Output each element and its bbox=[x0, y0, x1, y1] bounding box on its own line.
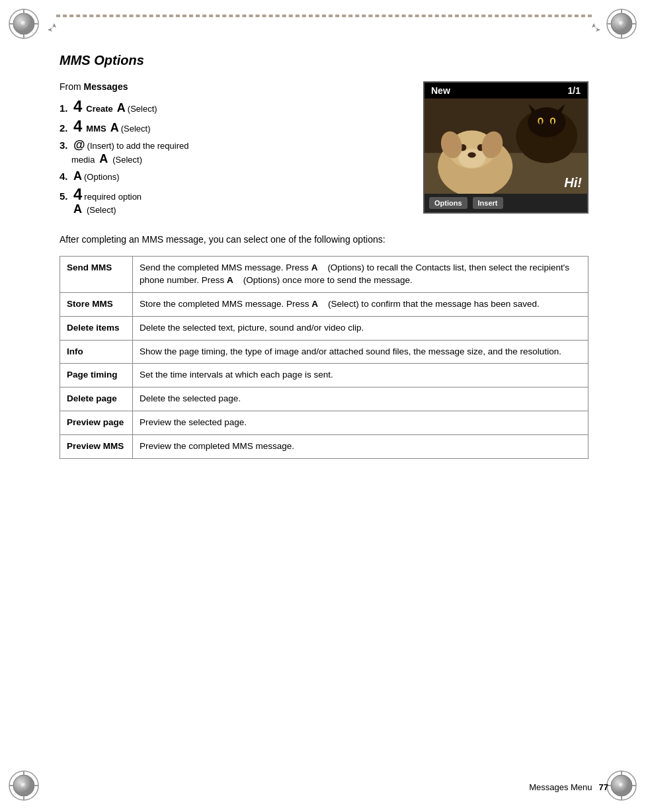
step-5-action: required option bbox=[84, 192, 142, 202]
after-text: After completing an MMS message, you can… bbox=[60, 233, 588, 247]
row-label-delete-items: Delete items bbox=[60, 316, 133, 340]
table-row: Info Show the page timing, the type of i… bbox=[60, 340, 588, 364]
step-3-num: 3. bbox=[60, 140, 71, 151]
svg-point-36 bbox=[539, 119, 542, 124]
svg-marker-46 bbox=[52, 23, 56, 28]
step-2-select-key: A bbox=[110, 121, 119, 135]
svg-point-2 bbox=[20, 20, 28, 28]
svg-marker-49 bbox=[596, 28, 600, 32]
step-2-num: 2. bbox=[60, 122, 71, 134]
step-4-key: A bbox=[73, 169, 82, 183]
phone-insert-btn: Insert bbox=[473, 197, 503, 209]
intro-text: From Messages 1. 4 Create A (Select) 2. … bbox=[60, 81, 410, 220]
corner-decoration-br bbox=[603, 767, 643, 807]
step-5-key: 4 bbox=[73, 186, 82, 202]
phone-status-bar: New 1/1 bbox=[425, 83, 587, 99]
arrow-tr bbox=[587, 23, 600, 38]
row-desc-delete-items: Delete the selected text, picture, sound… bbox=[133, 316, 588, 340]
main-content: MMS Options From Messages 1. 4 Create A … bbox=[40, 40, 608, 772]
svg-point-9 bbox=[618, 20, 626, 28]
svg-marker-47 bbox=[48, 28, 52, 32]
arrow-tl bbox=[48, 23, 61, 38]
corner-decoration-bl bbox=[5, 767, 45, 807]
row-label-page-timing: Page timing bbox=[60, 364, 133, 387]
options-table: Send MMS Send the completed MMS message.… bbox=[60, 256, 588, 459]
svg-point-23 bbox=[618, 782, 626, 790]
page-title: MMS Options bbox=[60, 53, 588, 68]
from-bold: Messages bbox=[84, 81, 128, 92]
step-4-num: 4. bbox=[60, 171, 71, 182]
step-4-action: (Options) bbox=[84, 172, 119, 182]
phone-image-area: Hi! bbox=[425, 99, 587, 194]
phone-options-btn: Options bbox=[429, 197, 467, 209]
table-row: Delete items Delete the selected text, p… bbox=[60, 316, 588, 340]
row-desc-delete-page: Delete the selected page. bbox=[133, 387, 588, 411]
row-desc-preview-mms: Preview the completed MMS message. bbox=[133, 435, 588, 459]
table-row: Delete page Delete the selected page. bbox=[60, 387, 588, 411]
phone-status-new: New bbox=[431, 85, 450, 96]
row-desc-info: Show the page timing, the type of image … bbox=[133, 340, 588, 364]
step-2: 2. 4 MMS A (Select) bbox=[60, 118, 410, 135]
table-row: Send MMS Send the completed MMS message.… bbox=[60, 257, 588, 293]
step-5: 5. 4 required option A (Select) bbox=[60, 186, 271, 216]
step-2-key: 4 bbox=[73, 118, 82, 134]
step-2-select-text: (Select) bbox=[121, 124, 151, 134]
svg-point-16 bbox=[20, 782, 28, 790]
step-3-key: @ bbox=[73, 138, 85, 152]
step-1-action: Create bbox=[86, 104, 112, 114]
step-4: 4. A (Options) bbox=[60, 169, 410, 183]
row-label-info: Info bbox=[60, 340, 133, 364]
row-desc-page-timing: Set the time intervals at which each pag… bbox=[133, 364, 588, 387]
intro-section: From Messages 1. 4 Create A (Select) 2. … bbox=[60, 81, 588, 220]
step-2-action: MMS bbox=[86, 124, 106, 134]
step-3-media-text: media bbox=[71, 155, 95, 165]
table-row: Page timing Set the time intervals at wh… bbox=[60, 364, 588, 387]
step-3-select-text: (Select) bbox=[112, 155, 142, 165]
row-label-delete-page: Delete page bbox=[60, 387, 133, 411]
table-row: Preview MMS Preview the completed MMS me… bbox=[60, 435, 588, 459]
step-3-select-key: A bbox=[99, 152, 108, 165]
row-label-preview-mms: Preview MMS bbox=[60, 435, 133, 459]
step-1-select-text: (Select) bbox=[128, 104, 157, 114]
table-row: Store MMS Store the completed MMS messag… bbox=[60, 292, 588, 316]
row-label-store-mms: Store MMS bbox=[60, 292, 133, 316]
corner-decoration-tl bbox=[5, 5, 45, 45]
step-1-select-key: A bbox=[117, 101, 126, 115]
svg-point-41 bbox=[467, 152, 475, 157]
row-desc-store-mms: Store the completed MMS message. Press A… bbox=[133, 292, 588, 316]
row-label-preview-page: Preview page bbox=[60, 411, 133, 435]
row-desc-preview-page: Preview the selected page. bbox=[133, 411, 588, 435]
step-1-num: 1. bbox=[60, 102, 71, 114]
step-1: 1. 4 Create A (Select) bbox=[60, 99, 410, 115]
step-3-action: (Insert) to add the required bbox=[87, 141, 189, 151]
from-line: From Messages bbox=[60, 81, 410, 92]
page-footer: Messages Menu 77 bbox=[40, 782, 608, 792]
phone-hi-text: Hi! bbox=[564, 175, 582, 190]
row-desc-send-mms: Send the completed MMS message. Press A … bbox=[133, 257, 588, 293]
step-5-select-text: (Select) bbox=[87, 205, 116, 215]
svg-point-40 bbox=[458, 149, 485, 168]
svg-marker-48 bbox=[592, 23, 596, 28]
top-dashed-line bbox=[56, 15, 592, 17]
svg-point-37 bbox=[551, 119, 554, 124]
phone-screenshot: New 1/1 bbox=[423, 81, 588, 214]
corner-decoration-tr bbox=[603, 5, 643, 45]
from-label: From bbox=[60, 81, 84, 92]
footer-page-num: 77 bbox=[599, 782, 608, 792]
step-1-key: 4 bbox=[73, 99, 82, 114]
step-5-num: 5. bbox=[60, 190, 71, 202]
phone-btn-bar: Options Insert bbox=[425, 194, 587, 212]
step-3: 3. @ (Insert) to add the required media … bbox=[60, 138, 271, 166]
step-5-select-key: A bbox=[73, 202, 82, 216]
table-row: Preview page Preview the selected page. bbox=[60, 411, 588, 435]
footer-section: Messages Menu bbox=[529, 782, 592, 792]
phone-status-pages: 1/1 bbox=[568, 85, 581, 96]
row-label-send-mms: Send MMS bbox=[60, 257, 133, 293]
